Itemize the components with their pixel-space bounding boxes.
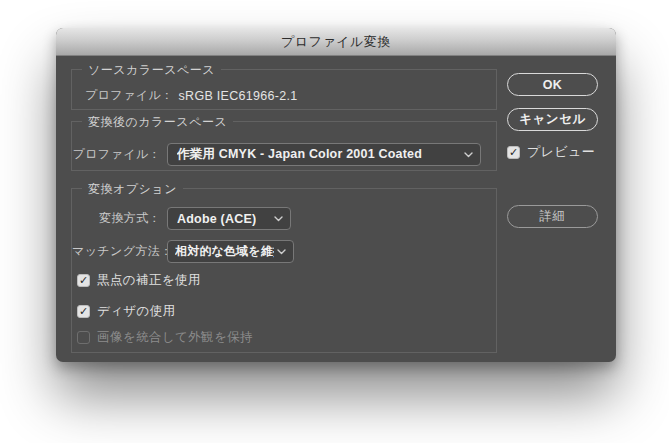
check-icon: ✓: [79, 306, 88, 317]
check-icon: ✓: [79, 275, 88, 286]
intent-label: マッチング方法：: [72, 243, 161, 260]
options-group-legend: 変換オプション: [82, 181, 183, 198]
cancel-button[interactable]: キャンセル: [507, 108, 598, 131]
destination-color-space-group: 変換後のカラースペース プロファイル： 作業用 CMYK - Japan Col…: [71, 121, 497, 171]
preview-row: ✓ プレビュー: [507, 143, 595, 161]
flatten-image-row: 画像を統合して外観を保持: [77, 329, 253, 346]
black-point-compensation-checkbox[interactable]: ✓: [77, 274, 90, 287]
chevron-down-icon: [277, 249, 286, 255]
ok-button[interactable]: OK: [507, 73, 598, 96]
black-point-compensation-row: ✓ 黒点の補正を使用: [77, 272, 201, 289]
source-profile-value: sRGB IEC61966-2.1: [179, 89, 298, 103]
advanced-button[interactable]: 詳細: [507, 205, 598, 228]
engine-label: 変換方式：: [72, 210, 161, 227]
destination-profile-select-value: 作業用 CMYK - Japan Color 2001 Coated: [177, 146, 422, 163]
destination-profile-label: プロファイル：: [72, 146, 161, 163]
destination-group-legend: 変換後のカラースペース: [82, 114, 233, 131]
check-icon: ✓: [509, 146, 518, 157]
engine-select[interactable]: Adobe (ACE): [167, 207, 291, 230]
source-group-legend: ソースカラースペース: [82, 62, 221, 79]
flatten-image-checkbox: [77, 331, 90, 344]
use-dither-label[interactable]: ディザの使用: [97, 303, 176, 320]
source-color-space-group: ソースカラースペース プロファイル： sRGB IEC61966-2.1: [71, 69, 497, 110]
black-point-compensation-label[interactable]: 黒点の補正を使用: [97, 272, 201, 289]
intent-select[interactable]: 相対的な色域を維持: [167, 240, 294, 263]
preview-checkbox[interactable]: ✓: [507, 146, 520, 159]
preview-label[interactable]: プレビュー: [527, 143, 595, 161]
convert-to-profile-dialog: プロファイル変換 ソースカラースペース プロファイル： sRGB IEC6196…: [56, 28, 616, 362]
use-dither-checkbox[interactable]: ✓: [77, 305, 90, 318]
flatten-image-label: 画像を統合して外観を保持: [97, 329, 253, 346]
destination-profile-select[interactable]: 作業用 CMYK - Japan Color 2001 Coated: [167, 143, 481, 166]
engine-select-value: Adobe (ACE): [177, 212, 256, 226]
source-profile-label: プロファイル：: [85, 87, 174, 104]
intent-select-value: 相対的な色域を維持: [175, 243, 274, 260]
dialog-titlebar[interactable]: プロファイル変換: [56, 28, 616, 56]
conversion-options-group: 変換オプション 変換方式： Adobe (ACE) マッチング方法： 相対的な色…: [71, 188, 497, 353]
dialog-title: プロファイル変換: [281, 33, 391, 51]
screen: プロファイル変換 ソースカラースペース プロファイル： sRGB IEC6196…: [0, 0, 669, 443]
chevron-down-icon: [464, 152, 473, 158]
use-dither-row: ✓ ディザの使用: [77, 303, 176, 320]
chevron-down-icon: [274, 216, 283, 222]
